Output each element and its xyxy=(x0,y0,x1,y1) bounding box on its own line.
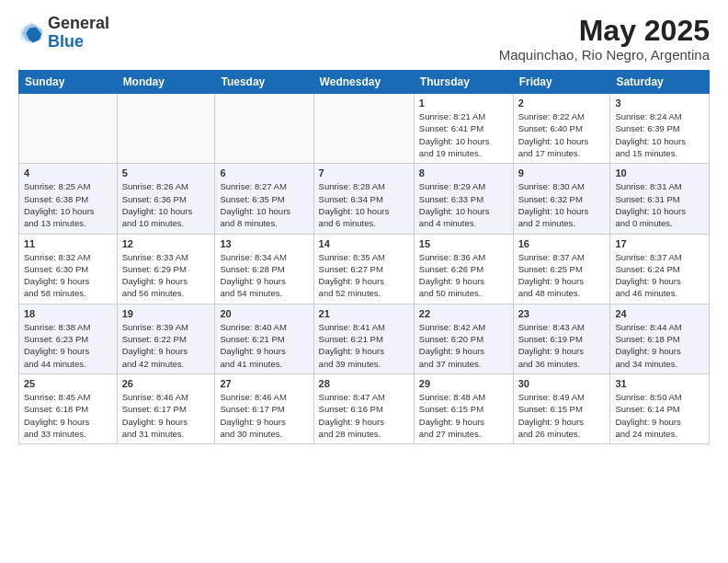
day-number: 14 xyxy=(319,238,409,249)
day-info: Sunrise: 8:41 AMSunset: 6:21 PMDaylight:… xyxy=(319,321,409,370)
day-number: 18 xyxy=(24,308,112,319)
calendar-col-thursday: Thursday xyxy=(414,71,513,94)
calendar-cell: 30Sunrise: 8:49 AMSunset: 6:15 PMDayligh… xyxy=(513,373,610,443)
day-info: Sunrise: 8:22 AMSunset: 6:40 PMDaylight:… xyxy=(518,110,606,159)
calendar-cell xyxy=(215,94,313,164)
day-number: 9 xyxy=(518,167,606,178)
day-number: 11 xyxy=(24,238,112,249)
day-info: Sunrise: 8:27 AMSunset: 6:35 PMDaylight:… xyxy=(220,180,308,229)
logo-blue: Blue xyxy=(48,32,84,51)
calendar-cell: 15Sunrise: 8:36 AMSunset: 6:26 PMDayligh… xyxy=(414,234,513,304)
day-info: Sunrise: 8:47 AMSunset: 6:16 PMDaylight:… xyxy=(319,391,409,440)
day-info: Sunrise: 8:34 AMSunset: 6:28 PMDaylight:… xyxy=(220,251,308,300)
day-info: Sunrise: 8:24 AMSunset: 6:39 PMDaylight:… xyxy=(615,110,704,159)
calendar-cell: 22Sunrise: 8:42 AMSunset: 6:20 PMDayligh… xyxy=(414,304,513,373)
day-info: Sunrise: 8:44 AMSunset: 6:18 PMDaylight:… xyxy=(615,321,704,370)
calendar-cell: 29Sunrise: 8:48 AMSunset: 6:15 PMDayligh… xyxy=(414,373,513,443)
day-info: Sunrise: 8:40 AMSunset: 6:21 PMDaylight:… xyxy=(220,321,308,370)
day-info: Sunrise: 8:21 AMSunset: 6:41 PMDaylight:… xyxy=(419,110,508,159)
calendar-cell: 25Sunrise: 8:45 AMSunset: 6:18 PMDayligh… xyxy=(19,373,118,443)
calendar-col-monday: Monday xyxy=(117,71,215,94)
logo-text: General Blue xyxy=(48,15,109,52)
page-title: May 2025 xyxy=(499,15,710,47)
day-number: 31 xyxy=(615,378,704,389)
calendar-cell: 7Sunrise: 8:28 AMSunset: 6:34 PMDaylight… xyxy=(313,164,414,234)
day-info: Sunrise: 8:33 AMSunset: 6:29 PMDaylight:… xyxy=(122,251,210,300)
calendar-cell: 3Sunrise: 8:24 AMSunset: 6:39 PMDaylight… xyxy=(610,94,710,164)
day-info: Sunrise: 8:39 AMSunset: 6:22 PMDaylight:… xyxy=(122,321,210,370)
day-number: 15 xyxy=(419,238,508,249)
day-number: 29 xyxy=(419,378,508,389)
day-number: 3 xyxy=(615,98,704,109)
header: General Blue May 2025 Maquinchao, Rio Ne… xyxy=(18,15,710,63)
calendar-cell: 4Sunrise: 8:25 AMSunset: 6:38 PMDaylight… xyxy=(19,164,118,234)
day-number: 26 xyxy=(122,378,210,389)
logo-general: General xyxy=(48,14,109,32)
page: General Blue May 2025 Maquinchao, Rio Ne… xyxy=(0,0,728,459)
day-number: 8 xyxy=(419,167,508,178)
day-info: Sunrise: 8:30 AMSunset: 6:32 PMDaylight:… xyxy=(518,180,606,229)
calendar-cell: 14Sunrise: 8:35 AMSunset: 6:27 PMDayligh… xyxy=(313,234,414,304)
calendar-cell xyxy=(117,94,215,164)
calendar-header-row: SundayMondayTuesdayWednesdayThursdayFrid… xyxy=(19,71,710,94)
day-info: Sunrise: 8:48 AMSunset: 6:15 PMDaylight:… xyxy=(419,391,508,440)
calendar-cell: 21Sunrise: 8:41 AMSunset: 6:21 PMDayligh… xyxy=(313,304,414,373)
calendar-cell: 13Sunrise: 8:34 AMSunset: 6:28 PMDayligh… xyxy=(215,234,313,304)
calendar-cell: 19Sunrise: 8:39 AMSunset: 6:22 PMDayligh… xyxy=(117,304,215,373)
calendar-col-saturday: Saturday xyxy=(610,71,710,94)
calendar-cell: 6Sunrise: 8:27 AMSunset: 6:35 PMDaylight… xyxy=(215,164,313,234)
day-info: Sunrise: 8:35 AMSunset: 6:27 PMDaylight:… xyxy=(319,251,409,300)
day-info: Sunrise: 8:26 AMSunset: 6:36 PMDaylight:… xyxy=(122,180,210,229)
day-info: Sunrise: 8:38 AMSunset: 6:23 PMDaylight:… xyxy=(24,321,112,370)
day-number: 17 xyxy=(615,238,704,249)
calendar-cell: 9Sunrise: 8:30 AMSunset: 6:32 PMDaylight… xyxy=(513,164,610,234)
calendar-col-tuesday: Tuesday xyxy=(215,71,313,94)
calendar-cell: 1Sunrise: 8:21 AMSunset: 6:41 PMDaylight… xyxy=(414,94,513,164)
day-number: 16 xyxy=(518,238,606,249)
calendar-cell: 26Sunrise: 8:46 AMSunset: 6:17 PMDayligh… xyxy=(117,373,215,443)
day-number: 20 xyxy=(220,308,308,319)
day-info: Sunrise: 8:46 AMSunset: 6:17 PMDaylight:… xyxy=(220,391,308,440)
day-info: Sunrise: 8:46 AMSunset: 6:17 PMDaylight:… xyxy=(122,391,210,440)
calendar-cell: 20Sunrise: 8:40 AMSunset: 6:21 PMDayligh… xyxy=(215,304,313,373)
calendar-cell: 8Sunrise: 8:29 AMSunset: 6:33 PMDaylight… xyxy=(414,164,513,234)
calendar-cell: 18Sunrise: 8:38 AMSunset: 6:23 PMDayligh… xyxy=(19,304,118,373)
day-info: Sunrise: 8:29 AMSunset: 6:33 PMDaylight:… xyxy=(419,180,508,229)
day-number: 27 xyxy=(220,378,308,389)
day-number: 7 xyxy=(319,167,409,178)
calendar-col-friday: Friday xyxy=(513,71,610,94)
calendar-cell xyxy=(313,94,414,164)
day-number: 12 xyxy=(122,238,210,249)
calendar-week-row: 18Sunrise: 8:38 AMSunset: 6:23 PMDayligh… xyxy=(19,304,710,373)
calendar-cell: 11Sunrise: 8:32 AMSunset: 6:30 PMDayligh… xyxy=(19,234,118,304)
day-info: Sunrise: 8:43 AMSunset: 6:19 PMDaylight:… xyxy=(518,321,606,370)
day-info: Sunrise: 8:37 AMSunset: 6:25 PMDaylight:… xyxy=(518,251,606,300)
day-number: 22 xyxy=(419,308,508,319)
day-number: 28 xyxy=(319,378,409,389)
calendar-week-row: 4Sunrise: 8:25 AMSunset: 6:38 PMDaylight… xyxy=(19,164,710,234)
calendar-week-row: 25Sunrise: 8:45 AMSunset: 6:18 PMDayligh… xyxy=(19,373,710,443)
calendar-cell: 27Sunrise: 8:46 AMSunset: 6:17 PMDayligh… xyxy=(215,373,313,443)
calendar-cell: 23Sunrise: 8:43 AMSunset: 6:19 PMDayligh… xyxy=(513,304,610,373)
calendar-table: SundayMondayTuesdayWednesdayThursdayFrid… xyxy=(18,70,710,444)
calendar-cell: 12Sunrise: 8:33 AMSunset: 6:29 PMDayligh… xyxy=(117,234,215,304)
calendar-cell: 28Sunrise: 8:47 AMSunset: 6:16 PMDayligh… xyxy=(313,373,414,443)
day-number: 6 xyxy=(220,167,308,178)
calendar-cell: 31Sunrise: 8:50 AMSunset: 6:14 PMDayligh… xyxy=(610,373,710,443)
day-info: Sunrise: 8:28 AMSunset: 6:34 PMDaylight:… xyxy=(319,180,409,229)
calendar-cell xyxy=(19,94,118,164)
title-block: May 2025 Maquinchao, Rio Negro, Argentin… xyxy=(499,15,710,63)
calendar-cell: 2Sunrise: 8:22 AMSunset: 6:40 PMDaylight… xyxy=(513,94,610,164)
day-info: Sunrise: 8:50 AMSunset: 6:14 PMDaylight:… xyxy=(615,391,704,440)
day-number: 21 xyxy=(319,308,409,319)
calendar-col-wednesday: Wednesday xyxy=(313,71,414,94)
day-number: 5 xyxy=(122,167,210,178)
logo-icon xyxy=(18,20,44,46)
day-info: Sunrise: 8:42 AMSunset: 6:20 PMDaylight:… xyxy=(419,321,508,370)
day-info: Sunrise: 8:49 AMSunset: 6:15 PMDaylight:… xyxy=(518,391,606,440)
day-number: 4 xyxy=(24,167,112,178)
day-number: 30 xyxy=(518,378,606,389)
calendar-cell: 24Sunrise: 8:44 AMSunset: 6:18 PMDayligh… xyxy=(610,304,710,373)
day-number: 25 xyxy=(24,378,112,389)
day-number: 2 xyxy=(518,98,606,109)
